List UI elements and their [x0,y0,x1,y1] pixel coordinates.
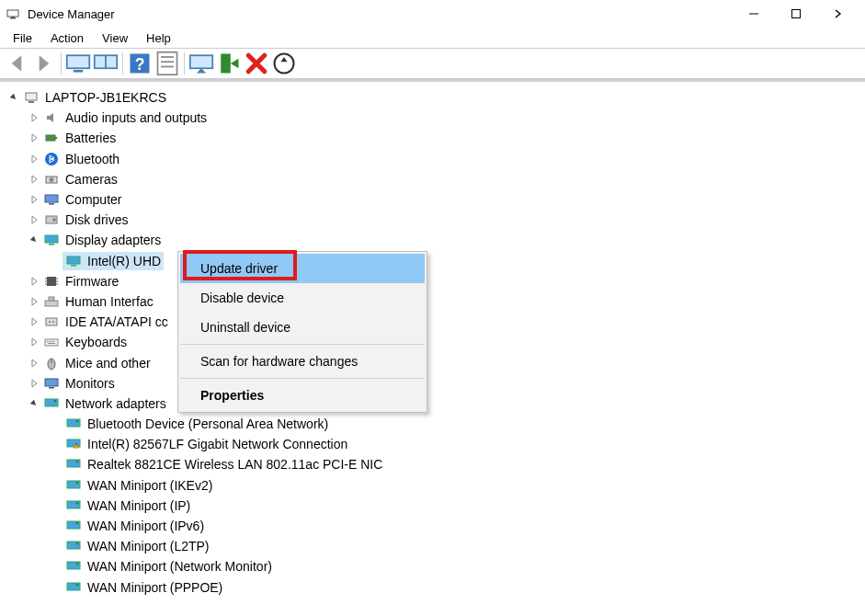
context-menu-scan-hardware[interactable]: Scan for hardware changes [180,347,425,376]
enable-device-button[interactable] [216,51,242,76]
show-hidden-devices-button[interactable] [65,51,91,76]
svg-rect-18 [26,93,37,100]
context-menu-update-driver[interactable]: Update driver [180,254,425,283]
tree-device-net8[interactable]: WAN Miniport (PPPOE) [46,577,861,598]
svg-rect-21 [55,137,57,139]
tree-category-keyboards[interactable]: Keyboards [24,332,861,352]
expand-icon[interactable] [28,153,40,165]
view-devices-button[interactable] [93,51,119,76]
tree-label: WAN Miniport (Network Monitor) [87,559,272,574]
expand-icon[interactable] [28,357,40,370]
network-adapter-icon [43,395,60,412]
network-adapter-icon [65,497,82,514]
svg-rect-15 [190,55,213,68]
expand-icon[interactable] [28,275,40,288]
tree-category-firmware[interactable]: Firmware [24,271,861,291]
tree-root[interactable]: LAPTOP-JB1EKRCS [4,87,861,108]
computer-icon [23,89,40,106]
tree-category-monitors[interactable]: Monitors [24,373,861,394]
tree-category-hid[interactable]: Human Interfac [24,291,861,312]
expand-icon[interactable] [28,295,40,308]
tree-category-audio[interactable]: Audio inputs and outputs [24,108,861,128]
spacer-icon [50,417,63,430]
collapse-icon[interactable] [28,234,40,246]
menu-view[interactable]: View [93,29,137,47]
update-driver-button[interactable] [188,51,214,76]
svg-rect-4 [792,10,801,18]
collapse-icon[interactable] [28,397,40,410]
svg-rect-16 [221,54,231,74]
tree-label: WAN Miniport (PPPOE) [87,580,222,595]
tree-device-intel-uhd[interactable]: Intel(R) UHD [46,251,861,271]
back-button[interactable] [4,51,29,76]
expand-icon[interactable] [28,377,40,390]
spacer-icon [50,255,63,268]
context-menu-disable-device[interactable]: Disable device [180,283,425,313]
tree-device-net2[interactable]: Realtek 8821CE Wireless LAN 802.11ac PCI… [46,454,861,474]
menu-action[interactable]: Action [41,29,93,47]
tree-category-bluetooth[interactable]: Bluetooth [24,149,861,169]
tree-device-net0[interactable]: Bluetooth Device (Personal Area Network) [46,414,861,434]
properties-button[interactable] [154,51,180,76]
tree-label: Disk drives [65,212,128,227]
uninstall-device-button[interactable] [244,51,269,76]
minimize-button[interactable] [733,0,775,28]
battery-icon [43,130,60,146]
maximize-button[interactable] [775,0,817,28]
tree-category-cameras[interactable]: Cameras [24,169,861,189]
tree-label: WAN Miniport (L2TP) [87,539,210,553]
monitor-icon [43,375,60,392]
tree-label: Batteries [65,131,116,145]
context-menu-properties[interactable]: Properties [180,381,425,410]
svg-point-65 [76,501,79,504]
spacer-icon [50,499,63,512]
expand-icon[interactable] [28,131,40,144]
overflow-button[interactable] [817,0,859,28]
tree-device-net3[interactable]: WAN Miniport (IKEv2) [46,475,861,496]
tree-category-display[interactable]: Display adapters [24,230,861,250]
svg-point-69 [76,542,79,545]
tree-category-batteries[interactable]: Batteries [24,128,861,148]
tree-category-disk[interactable]: Disk drives [24,210,861,230]
tree-device-net6[interactable]: WAN Miniport (L2TP) [46,536,861,556]
context-menu-uninstall-device[interactable]: Uninstall device [180,313,425,342]
scan-hardware-button[interactable] [271,51,297,76]
tree-label: WAN Miniport (IPv6) [87,519,204,533]
expand-icon[interactable] [28,111,40,124]
menu-file[interactable]: File [4,29,41,47]
expand-icon[interactable] [28,173,40,186]
network-adapter-icon [65,456,82,473]
tree-category-ide[interactable]: IDE ATA/ATAPI cc [24,312,861,332]
help-button[interactable]: ? [127,51,153,76]
svg-rect-52 [45,379,58,386]
tree-device-net5[interactable]: WAN Miniport (IPv6) [46,516,861,536]
expand-icon[interactable] [7,91,20,104]
svg-rect-6 [74,70,84,73]
tree-device-net1[interactable]: !Intel(R) 82567LF Gigabit Network Connec… [46,434,861,454]
svg-point-24 [50,177,54,182]
tree-label: WAN Miniport (IKEv2) [87,478,212,493]
tree-category-computer[interactable]: Computer [24,189,861,210]
expand-icon[interactable] [28,213,40,226]
menu-help[interactable]: Help [137,29,180,47]
svg-rect-20 [46,135,55,141]
expand-icon[interactable] [28,315,40,328]
expand-icon[interactable] [28,193,40,206]
forward-button[interactable] [31,51,57,76]
svg-rect-19 [28,101,34,103]
expand-icon[interactable] [28,336,40,348]
tree-label: WAN Miniport (IP) [87,498,190,513]
device-manager-icon [6,6,20,21]
svg-point-55 [54,399,57,402]
tree-label: Keyboards [65,335,127,349]
network-adapter-icon [65,416,82,432]
toolbar-separator [122,52,123,74]
tree-device-net7[interactable]: WAN Miniport (Network Monitor) [46,556,861,576]
toolbar: ? [0,48,865,79]
tree-label: Firmware [65,274,119,289]
network-adapter-icon [65,579,82,596]
tree-device-net4[interactable]: WAN Miniport (IP) [46,496,861,516]
tree-category-mice[interactable]: Mice and other [24,352,861,372]
tree-category-network[interactable]: Network adapters [24,394,861,414]
tree-label: IDE ATA/ATAPI cc [65,314,168,329]
